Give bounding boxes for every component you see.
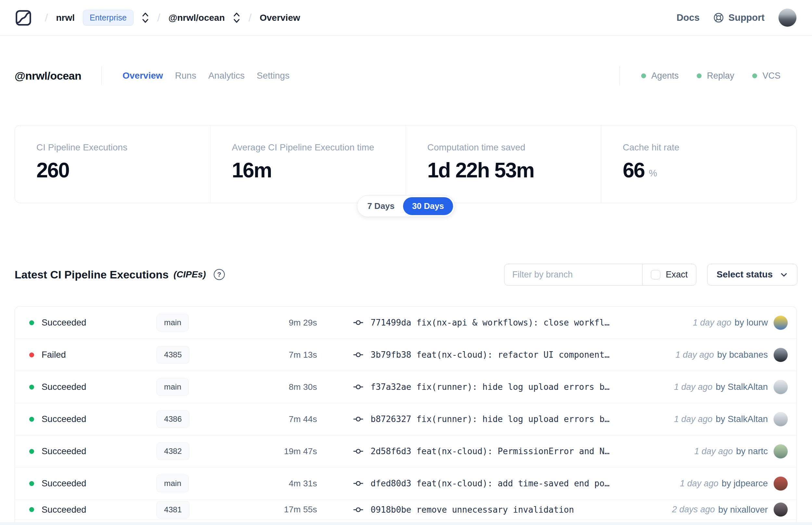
stat-label: Cache hit rate [623,142,796,153]
commit-cell: dfed80d3 feat(nx-cloud): add time-saved … [353,478,670,489]
branch-badge: 4386 [156,410,189,428]
duration-label: 9m 29s [272,318,317,328]
range-option[interactable]: 30 Days [403,197,453,215]
indicator-dot-icon [641,73,646,78]
tab[interactable]: Overview [122,71,163,81]
duration-label: 8m 30s [272,382,317,392]
status-indicator[interactable]: Replay [697,71,734,81]
table-row[interactable]: Succeeded main 8m 30s f37a32ae fix(runne… [15,371,796,403]
row-meta: 1 day ago by jdpearce [680,476,788,491]
stat-cell: Cache hit rate 66 % [601,125,796,203]
breadcrumb-separator: / [45,11,48,24]
stat-value: 16m [232,160,272,181]
breadcrumb-workspace[interactable]: @nrwl/ocean [168,13,225,23]
cipes-title: Latest CI Pipeline Executions [15,268,169,281]
author-label: by StalkAltan [716,414,768,424]
breadcrumb-page: Overview [260,13,300,23]
table-row[interactable]: Succeeded main 4m 31s dfed80d3 feat(nx-c… [15,467,796,500]
stat-suffix: % [649,168,657,179]
row-meta: 1 day ago by bcabanes [675,348,788,362]
commit-cell: 0918b0be remove unnecessary invalidation [353,504,662,515]
time-ago-label: 1 day ago [675,350,714,360]
support-label: Support [729,12,765,23]
status-label: Succeeded [42,414,148,424]
chevron-down-icon [780,271,788,279]
tab[interactable]: Settings [257,71,289,81]
breadcrumb-org[interactable]: nrwl [56,13,75,23]
docs-link[interactable]: Docs [677,12,700,23]
time-ago-label: 1 day ago [674,382,713,392]
row-meta: 1 day ago by StalkAltan [674,380,788,394]
time-ago-label: 2 days ago [672,505,715,515]
author-label: by bcabanes [717,349,768,360]
time-ago-label: 1 day ago [680,479,718,489]
commit-cell: 771499da fix(nx-api & workflows): close … [353,317,683,328]
stat-cell: Computation time saved 1d 22h 53m [406,125,601,203]
table-row[interactable]: Succeeded 4382 19m 47s 2d58f6d3 feat(nx-… [15,435,796,467]
indicator-label: Replay [707,71,734,81]
divider [101,66,102,85]
org-selector-chevrons-icon[interactable] [142,12,149,24]
page: / nrwl Enterprise / @nrwl/ocean / Overvi… [0,0,812,525]
cipes-header: Latest CI Pipeline Executions (CIPEs) ? … [15,263,797,286]
table-row[interactable]: Succeeded 4381 17m 55s 0918b0be remove u… [15,500,796,520]
row-meta: 1 day ago by StalkAltan [674,412,788,426]
branch-cell: main [148,314,272,331]
stat-label: CI Pipeline Executions [36,142,210,153]
branch-filter-input[interactable] [504,264,642,285]
bottom-band [0,522,812,525]
git-commit-icon [353,504,364,515]
support-link[interactable]: Support [713,12,765,23]
stat-cell: CI Pipeline Executions 260 [15,125,210,203]
status-dot-icon [29,449,34,454]
duration-label: 7m 13s [272,350,317,360]
stat-value: 260 [36,160,69,181]
time-ago-label: 1 day ago [693,318,732,328]
commit-cell: f37a32ae fix(runner): hide log upload er… [353,381,664,392]
tab[interactable]: Analytics [208,71,245,81]
status-label: Succeeded [42,505,148,515]
time-ago-label: 1 day ago [674,414,713,424]
table-row[interactable]: Succeeded 4386 7m 44s b8726327 fix(runne… [15,403,796,435]
table-row[interactable]: Succeeded main 9m 29s 771499da fix(nx-ap… [15,307,796,339]
branch-cell: main [148,378,272,396]
branch-cell: 4385 [148,346,272,363]
commit-cell: 2d58f6d3 feat(nx-cloud): PermissionError… [353,446,685,457]
branch-badge: main [156,314,189,331]
author-avatar [773,502,788,517]
breadcrumb-separator: / [157,11,160,24]
status-dot-icon [29,481,34,486]
status-indicator[interactable]: VCS [752,71,781,81]
duration-label: 19m 47s [272,446,317,456]
workspace-title: @nrwl/ocean [15,70,81,82]
author-avatar [773,380,788,394]
status-indicator[interactable]: Agents [641,71,678,81]
branch-badge: 4381 [156,501,189,519]
top-navbar: / nrwl Enterprise / @nrwl/ocean / Overvi… [0,0,812,36]
exact-label[interactable]: Exact [666,270,688,280]
range-option[interactable]: 7 Days [359,197,403,215]
stat-label: Average CI Pipeline Execution time [232,142,406,153]
user-avatar[interactable] [778,9,797,27]
help-icon[interactable]: ? [214,269,225,280]
branch-badge: main [156,378,189,396]
tab[interactable]: Runs [175,71,196,81]
table-row[interactable]: Failed 4385 7m 13s 3b79fb38 feat(nx-clou… [15,339,796,371]
status-indicators: Agents Replay VCS [641,71,781,81]
workspace-header: @nrwl/ocean OverviewRunsAnalyticsSetting… [15,64,797,88]
select-status-dropdown[interactable]: Select status [707,264,797,286]
stat-value: 66 [623,160,644,181]
branch-cell: 4381 [148,501,272,519]
status-dot-icon [29,385,34,390]
indicator-label: Agents [651,71,678,81]
git-commit-icon [353,349,364,360]
status-dot-icon [29,320,34,325]
nx-cloud-logo-icon[interactable] [15,10,31,26]
commit-message: 2d58f6d3 feat(nx-cloud): PermissionError… [371,446,610,456]
workspace-selector-chevrons-icon[interactable] [233,12,240,24]
branch-cell: 4382 [148,442,272,460]
exact-checkbox[interactable] [651,270,660,280]
commit-message: 3b79fb38 feat(nx-cloud): refactor UI com… [371,350,610,360]
row-meta: 1 day ago by nartc [694,444,788,459]
breadcrumb-separator: / [248,11,251,24]
